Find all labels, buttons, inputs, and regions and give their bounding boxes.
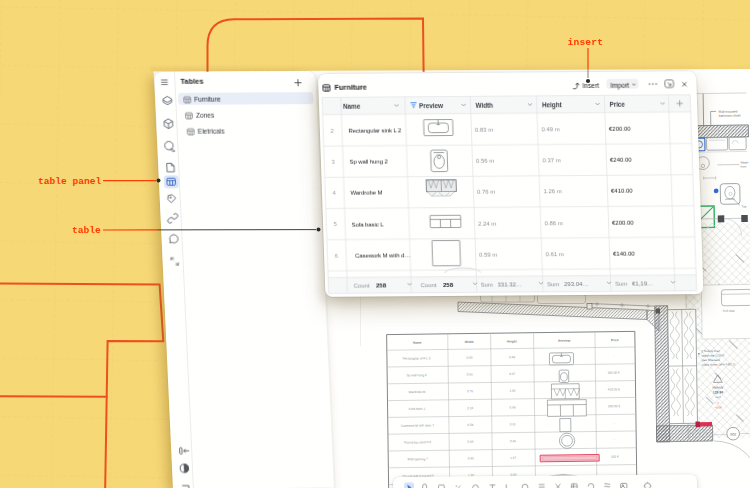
- svg-text:2: 2: [330, 128, 334, 134]
- svg-text:Glass doors (axis A B2 1): Glass doors (axis A B2 1): [702, 362, 736, 367]
- svg-text:€410.00: €410.00: [610, 188, 633, 194]
- svg-text:Soft seat: Soft seat: [723, 309, 735, 313]
- svg-text:Wall opening 7: Wall opening 7: [408, 457, 429, 461]
- svg-text:240.00 €: 240.00 €: [608, 371, 620, 375]
- svg-text:258: 258: [443, 282, 454, 288]
- svg-text:bathroom closet: bathroom closet: [719, 114, 741, 118]
- svg-text:Hallway: Hallway: [712, 385, 723, 389]
- svg-text:0.59 m: 0.59 m: [478, 251, 497, 257]
- svg-text:0.43: 0.43: [468, 440, 474, 444]
- svg-text:Price: Price: [611, 338, 619, 342]
- svg-text:129.84: 129.84: [713, 390, 724, 394]
- svg-text:Height: Height: [507, 339, 518, 343]
- svg-text:€1,19…: €1,19…: [631, 281, 652, 287]
- svg-text:Sp wall hung 2: Sp wall hung 2: [349, 159, 388, 165]
- svg-text:2.24: 2.24: [467, 406, 473, 410]
- svg-text:Rectangular sink L 2: Rectangular sink L 2: [402, 356, 430, 360]
- svg-text:1.27: 1.27: [510, 456, 516, 460]
- svg-text:-: -: [613, 354, 614, 358]
- svg-text:200.00 €: 200.00 €: [608, 404, 620, 408]
- svg-text:100 €: 100 €: [611, 455, 619, 459]
- svg-text:293.04…: 293.04…: [563, 281, 588, 287]
- svg-text:Width: Width: [465, 340, 474, 344]
- svg-text:5: 5: [333, 221, 337, 227]
- svg-text:0.45: 0.45: [468, 456, 474, 460]
- svg-text:0.59: 0.59: [467, 423, 473, 427]
- svg-text:Name: Name: [413, 341, 422, 345]
- svg-text:331.32…: 331.32…: [497, 282, 522, 288]
- svg-text:1.26: 1.26: [509, 389, 515, 393]
- svg-text:Wardrobe M: Wardrobe M: [408, 390, 425, 394]
- svg-text:0.86 m: 0.86 m: [544, 220, 563, 226]
- svg-text:Name: Name: [342, 102, 360, 109]
- svg-text:0.61 m: 0.61 m: [545, 251, 564, 257]
- svg-text:0.76: 0.76: [467, 389, 473, 393]
- svg-text:€200.00: €200.00: [608, 126, 631, 132]
- svg-text:Rectangular sink L 2: Rectangular sink L 2: [348, 127, 402, 133]
- svg-text:Price: Price: [609, 100, 625, 107]
- svg-text:0.83 m: 0.83 m: [474, 127, 493, 133]
- svg-text:Preview: Preview: [418, 102, 442, 109]
- svg-text:002: 002: [730, 432, 736, 436]
- svg-text:4: 4: [332, 190, 336, 196]
- svg-text:€240.00: €240.00: [609, 157, 632, 163]
- svg-text:Sp wall hung 2: Sp wall hung 2: [406, 373, 427, 377]
- svg-text:Count: Count: [420, 282, 437, 288]
- svg-text:6: 6: [334, 252, 338, 258]
- svg-text:Sofa basic L: Sofa basic L: [409, 407, 426, 411]
- svg-text:front: front: [740, 164, 746, 168]
- svg-text:Typ: Typ: [742, 204, 747, 208]
- svg-text:Count: Count: [353, 283, 370, 289]
- svg-text:Round bar stool 8 8: Round bar stool 8 8: [404, 440, 431, 444]
- svg-text:0.49: 0.49: [509, 355, 515, 359]
- svg-text:1.26 m: 1.26 m: [543, 189, 562, 195]
- svg-text:sq.ft: sq.ft: [715, 395, 721, 399]
- svg-text:Casework M with door 7: Casework M with door 7: [401, 423, 435, 427]
- svg-text:0.37 m: 0.37 m: [542, 157, 561, 163]
- svg-text:+0.00: +0.00: [715, 405, 723, 409]
- svg-text:Sum: Sum: [546, 281, 559, 287]
- svg-text:0.76 m: 0.76 m: [476, 189, 495, 195]
- svg-text:0.45: 0.45: [510, 439, 516, 443]
- svg-text:0.61: 0.61: [510, 422, 516, 426]
- svg-text:3: 3: [331, 159, 335, 165]
- svg-text:Sofa basic L: Sofa basic L: [351, 221, 384, 227]
- svg-text:Width: Width: [475, 101, 493, 108]
- svg-text:Preview: Preview: [558, 339, 571, 343]
- svg-text:2.24 m: 2.24 m: [477, 220, 496, 226]
- svg-text:Sum: Sum: [480, 282, 493, 288]
- svg-text:€200.00: €200.00: [611, 219, 634, 225]
- svg-text:-: -: [614, 438, 615, 442]
- svg-text:Wardrobe M: Wardrobe M: [350, 190, 382, 196]
- svg-text:0.37: 0.37: [509, 372, 515, 376]
- svg-text:0.56 m: 0.56 m: [475, 158, 494, 164]
- svg-text:258: 258: [376, 283, 387, 289]
- svg-text:0.83: 0.83: [466, 356, 472, 360]
- svg-text:0.49 m: 0.49 m: [541, 126, 560, 132]
- svg-text:0.86: 0.86: [510, 406, 516, 410]
- svg-text:€140.00: €140.00: [612, 250, 635, 256]
- svg-text:◇: ◇: [717, 401, 720, 405]
- svg-text:0.56: 0.56: [467, 372, 473, 376]
- svg-text:Height: Height: [541, 101, 562, 109]
- svg-text:Casework M with d…: Casework M with d…: [354, 252, 410, 258]
- svg-text:410.00 €: 410.00 €: [608, 387, 620, 391]
- svg-text:-: -: [614, 421, 615, 425]
- svg-text:Sum: Sum: [614, 281, 627, 287]
